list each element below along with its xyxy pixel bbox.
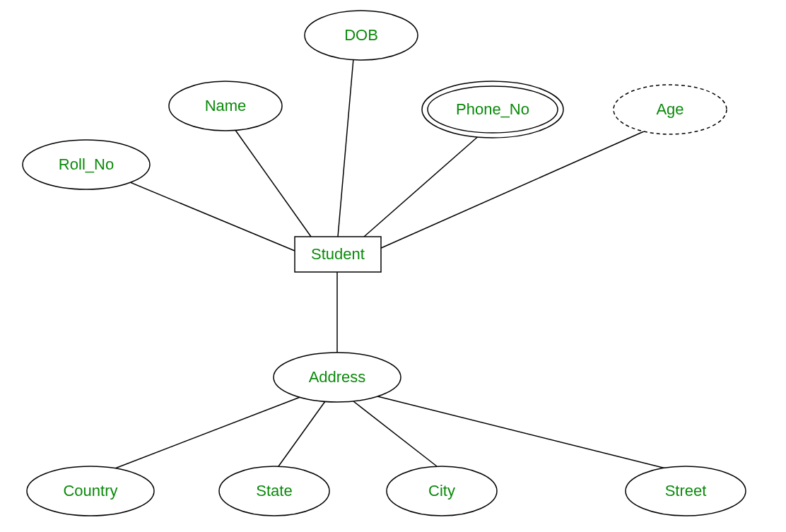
- label-address: Address: [309, 368, 366, 386]
- line-student-phone: [364, 134, 481, 237]
- label-street: Street: [665, 482, 707, 500]
- label-dob: DOB: [344, 26, 378, 45]
- label-phone: Phone_No: [456, 100, 529, 119]
- line-address-state: [278, 401, 325, 466]
- line-student-name: [233, 127, 311, 237]
- line-student-dob: [338, 59, 353, 237]
- line-student-rollno: [113, 175, 295, 251]
- label-name: Name: [205, 97, 247, 115]
- label-city: City: [428, 482, 455, 500]
- label-rollno: Roll_No: [59, 155, 114, 174]
- line-address-city: [353, 401, 437, 466]
- label-student: Student: [311, 245, 365, 264]
- line-address-country: [113, 396, 304, 469]
- line-address-street: [375, 396, 671, 470]
- label-state: State: [256, 482, 292, 500]
- line-student-age: [380, 129, 650, 249]
- label-age: Age: [656, 100, 684, 119]
- er-diagram-canvas: [0, 0, 786, 532]
- label-country: Country: [63, 482, 117, 500]
